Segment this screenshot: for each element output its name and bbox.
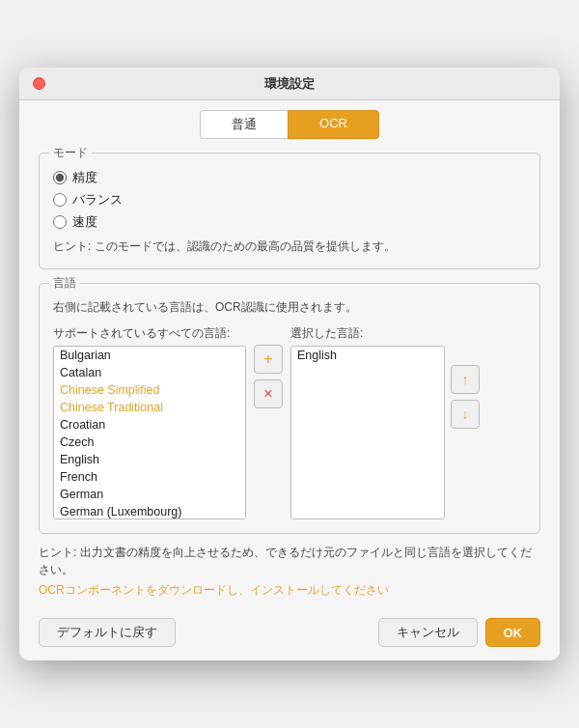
list-item[interactable]: Croatian <box>54 416 245 434</box>
language-columns: サポートされているすべての言語: Bulgarian Catalan Chine… <box>53 325 526 519</box>
mode-option-accuracy[interactable]: 精度 <box>53 169 526 186</box>
language-section: 言語 右側に記載されている言語は、OCR認識に使用されます。 サポートされている… <box>39 283 540 534</box>
selected-languages-col: 選択した言語: English ↑ ↓ <box>290 325 480 519</box>
mode-option-speed[interactable]: 速度 <box>53 213 526 231</box>
selected-lang-with-order: English ↑ ↓ <box>290 346 480 519</box>
remove-language-button[interactable]: × <box>254 379 283 408</box>
mode-label-balance: バランス <box>72 191 123 209</box>
lang-add-remove-controls: + × <box>254 325 283 408</box>
move-up-button[interactable]: ↑ <box>451 365 480 394</box>
tab-normal[interactable]: 普通 <box>200 110 288 139</box>
mode-radio-speed[interactable] <box>53 215 67 229</box>
list-item[interactable]: Chinese Simplified <box>54 381 245 399</box>
list-item[interactable]: German <box>54 486 245 503</box>
window-title: 環境設定 <box>264 75 315 93</box>
footer-right: キャンセル OK <box>378 618 541 647</box>
footer: デフォルトに戻す キャンセル OK <box>19 608 560 660</box>
mode-section-label: モード <box>49 145 92 161</box>
main-window: 環境設定 普通 OCR モード 精度 バランス 速度 <box>19 68 560 660</box>
list-item[interactable]: English <box>54 451 245 468</box>
content-area: モード 精度 バランス 速度 ヒント: このモードでは、認識のための最高の品質を… <box>19 139 560 608</box>
mode-radio-accuracy[interactable] <box>53 171 67 184</box>
selected-languages-list[interactable]: English <box>290 346 445 519</box>
ok-button[interactable]: OK <box>485 618 541 647</box>
add-language-button[interactable]: + <box>254 345 283 374</box>
close-button[interactable] <box>33 77 45 90</box>
move-down-button[interactable]: ↓ <box>451 400 480 429</box>
language-description: 右側に記載されている言語は、OCR認識に使用されます。 <box>53 299 526 316</box>
selected-languages-label: 選択した言語: <box>290 325 480 342</box>
mode-option-balance[interactable]: バランス <box>53 191 526 209</box>
mode-section: モード 精度 バランス 速度 ヒント: このモードでは、認識のための最高の品質を… <box>39 153 540 269</box>
mode-label-accuracy: 精度 <box>72 169 97 186</box>
title-bar: 環境設定 <box>19 68 560 100</box>
list-item[interactable]: Czech <box>54 434 245 451</box>
list-item[interactable]: Chinese Traditional <box>54 399 245 416</box>
tab-ocr[interactable]: OCR <box>288 110 379 139</box>
list-item[interactable]: Catalan <box>54 364 245 381</box>
order-controls: ↑ ↓ <box>451 346 480 519</box>
mode-radio-balance[interactable] <box>53 193 67 207</box>
footer-left: デフォルトに戻す <box>39 618 176 647</box>
selected-list-item[interactable]: English <box>291 347 444 364</box>
all-languages-label: サポートされているすべての言語: <box>53 325 246 342</box>
all-languages-list[interactable]: Bulgarian Catalan Chinese Simplified Chi… <box>53 346 246 519</box>
list-item[interactable]: Bulgarian <box>54 347 245 364</box>
download-link[interactable]: OCRコンポーネントをダウンロードし、インストールしてください <box>39 582 540 599</box>
list-item[interactable]: French <box>54 468 245 486</box>
mode-radio-group: 精度 バランス 速度 <box>53 169 526 231</box>
all-languages-col: サポートされているすべての言語: Bulgarian Catalan Chine… <box>53 325 246 519</box>
tabs-bar: 普通 OCR <box>19 100 560 139</box>
language-section-label: 言語 <box>49 275 80 292</box>
bottom-hint: ヒント: 出力文書の精度を向上させるため、できるだけ元のファイルと同じ言語を選択… <box>39 544 540 578</box>
default-button[interactable]: デフォルトに戻す <box>39 618 176 647</box>
mode-label-speed: 速度 <box>72 213 97 231</box>
list-item[interactable]: German (Luxembourg) <box>54 503 245 519</box>
mode-hint: ヒント: このモードでは、認識のための最高の品質を提供します。 <box>53 238 526 255</box>
cancel-button[interactable]: キャンセル <box>378 618 478 647</box>
